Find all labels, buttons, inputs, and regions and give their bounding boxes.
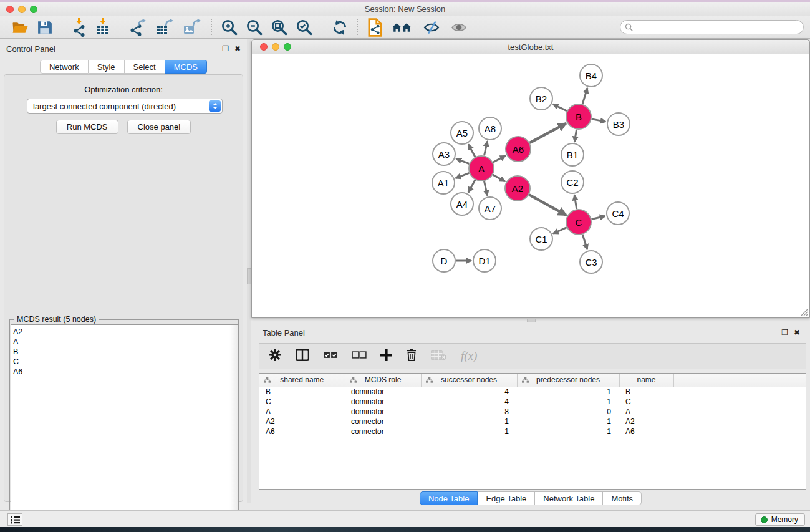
- float-panel-icon[interactable]: ❐: [222, 44, 229, 53]
- show-panels-icon[interactable]: [450, 18, 468, 37]
- edge-B-B2[interactable]: [553, 104, 567, 111]
- vertical-splitter[interactable]: [247, 39, 251, 503]
- edge-A-A7[interactable]: [484, 181, 487, 196]
- network-graph[interactable]: B4B2BB3A8A5A6B1A3AA1C2A2A4A7C4CC1C3DD1: [253, 55, 810, 317]
- column-header-successor-nodes[interactable]: successor nodes: [421, 374, 517, 387]
- search-input[interactable]: [620, 20, 804, 34]
- edge-C-C1[interactable]: [553, 228, 567, 234]
- table-cell[interactable]: A6: [619, 427, 673, 437]
- memory-button[interactable]: Memory: [755, 513, 805, 526]
- hide-panels-icon[interactable]: [422, 18, 441, 37]
- export-network-icon[interactable]: [130, 18, 147, 37]
- table-cell[interactable]: A2: [259, 417, 345, 427]
- edge-A6-B[interactable]: [530, 123, 566, 143]
- table-row[interactable]: A6connector11A6: [259, 427, 806, 437]
- table-cell[interactable]: 4: [421, 397, 517, 407]
- table-cell[interactable]: 0: [517, 407, 619, 417]
- edge-A2-C[interactable]: [529, 195, 566, 215]
- table-row[interactable]: Cdominator41C: [259, 397, 806, 407]
- edge-B-B3[interactable]: [592, 119, 606, 122]
- column-header-name[interactable]: name: [619, 374, 673, 387]
- delete-column-icon[interactable]: [406, 349, 417, 364]
- table-cell[interactable]: 1: [517, 417, 619, 427]
- table-cell[interactable]: A: [619, 407, 673, 417]
- run-mcds-button[interactable]: Run MCDS: [56, 120, 118, 134]
- export-table-icon[interactable]: [156, 18, 175, 37]
- first-neighbors-icon[interactable]: [392, 18, 413, 37]
- zoom-in-icon[interactable]: [221, 18, 238, 37]
- select-all-columns-icon[interactable]: [323, 351, 338, 362]
- new-network-from-selection-icon[interactable]: [367, 18, 383, 37]
- table-cell[interactable]: 1: [421, 427, 517, 437]
- edge-C-C2[interactable]: [574, 195, 577, 210]
- result-item[interactable]: A: [13, 337, 238, 347]
- table-row[interactable]: A2connector11A2: [259, 417, 806, 427]
- table-cell[interactable]: dominator: [345, 397, 421, 407]
- column-header-shared-name[interactable]: shared name: [259, 374, 345, 387]
- table-cell[interactable]: 1: [517, 397, 619, 407]
- edge-B-B1[interactable]: [574, 130, 576, 142]
- column-header-predecessor-nodes[interactable]: predecessor nodes: [517, 374, 619, 387]
- result-item[interactable]: A6: [13, 367, 238, 377]
- tab-edge-table[interactable]: Edge Table: [478, 491, 535, 505]
- table-cell[interactable]: A6: [259, 427, 345, 437]
- mcds-result-list[interactable]: A2ABCA6: [11, 324, 238, 530]
- splitter-grip[interactable]: [247, 268, 251, 284]
- result-item[interactable]: B: [13, 347, 238, 357]
- refresh-icon[interactable]: [332, 18, 348, 37]
- optimization-criterion-select[interactable]: largest connected component (directed): [27, 99, 223, 114]
- edge-B-B4[interactable]: [582, 88, 587, 104]
- export-image-icon[interactable]: [183, 18, 202, 37]
- zoom-fit-icon[interactable]: [271, 18, 287, 37]
- window-resize-grip[interactable]: [800, 308, 808, 316]
- table-cell[interactable]: dominator: [345, 387, 421, 397]
- horizontal-splitter-grip[interactable]: [527, 319, 536, 322]
- tab-node-table[interactable]: Node Table: [420, 491, 478, 505]
- table-cell[interactable]: A2: [619, 417, 673, 427]
- tab-motifs[interactable]: Motifs: [603, 491, 642, 505]
- edge-A-A2[interactable]: [493, 175, 504, 181]
- close-panel-icon[interactable]: ✖: [234, 44, 241, 53]
- edge-A-A3[interactable]: [456, 159, 470, 164]
- edge-A-A6[interactable]: [493, 156, 506, 163]
- table-cell[interactable]: B: [259, 387, 345, 397]
- table-cell[interactable]: C: [619, 397, 673, 407]
- import-network-icon[interactable]: [72, 18, 87, 37]
- zoom-selected-icon[interactable]: [296, 18, 312, 37]
- edge-A-A5[interactable]: [468, 144, 475, 157]
- edge-C-C3[interactable]: [582, 235, 587, 249]
- network-window-titlebar[interactable]: testGlobe.txt: [252, 40, 809, 54]
- result-item[interactable]: A2: [13, 327, 238, 337]
- table-row[interactable]: Adominator80A: [259, 407, 806, 417]
- table-settings-icon[interactable]: [268, 348, 282, 364]
- float-table-panel-icon[interactable]: ❐: [781, 328, 788, 337]
- table-cell[interactable]: 1: [517, 427, 619, 437]
- close-panel-button[interactable]: Close panel: [127, 120, 191, 134]
- tab-network-table[interactable]: Network Table: [535, 491, 603, 505]
- tab-style[interactable]: Style: [89, 60, 125, 74]
- save-session-icon[interactable]: [37, 18, 52, 37]
- close-table-panel-icon[interactable]: ✖: [794, 328, 800, 337]
- import-table-icon[interactable]: [95, 18, 110, 37]
- unselect-all-columns-icon[interactable]: [352, 351, 367, 362]
- table-cell[interactable]: dominator: [345, 407, 421, 417]
- table-cell[interactable]: C: [259, 397, 345, 407]
- table-cell[interactable]: connector: [345, 427, 421, 437]
- table-cell[interactable]: connector: [345, 417, 421, 427]
- tab-select[interactable]: Select: [125, 60, 165, 74]
- tab-network[interactable]: Network: [40, 60, 89, 74]
- table-cell[interactable]: B: [619, 387, 673, 397]
- edge-A-A4[interactable]: [468, 180, 475, 192]
- table-row[interactable]: Bdominator41B: [259, 387, 806, 397]
- table-cell[interactable]: 1: [421, 417, 517, 427]
- network-canvas[interactable]: B4B2BB3A8A5A6B1A3AA1C2A2A4A7C4CC1C3DD1: [253, 55, 809, 317]
- column-header-MCDS-role[interactable]: MCDS role: [345, 374, 421, 387]
- node-table[interactable]: shared nameMCDS rolesuccessor nodesprede…: [259, 373, 806, 490]
- task-history-button[interactable]: [7, 513, 22, 526]
- split-view-icon[interactable]: [296, 349, 309, 364]
- edge-A-A1[interactable]: [456, 173, 470, 178]
- add-column-icon[interactable]: [380, 349, 392, 364]
- result-list-scrollbar[interactable]: [229, 325, 238, 530]
- edge-A-A8[interactable]: [484, 142, 487, 156]
- edge-C-C4[interactable]: [591, 216, 605, 220]
